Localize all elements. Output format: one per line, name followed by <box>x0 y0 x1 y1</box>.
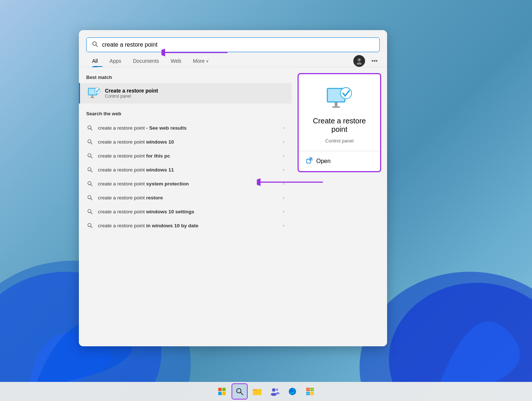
search-input-wrapper[interactable] <box>86 37 380 52</box>
svg-point-55 <box>276 392 280 394</box>
tab-documents[interactable]: Documents <box>127 55 165 67</box>
svg-rect-61 <box>307 389 309 390</box>
ellipsis-menu-button[interactable]: ••• <box>369 56 380 66</box>
svg-point-11 <box>358 58 361 61</box>
svg-rect-43 <box>218 388 222 391</box>
chevron-right-icon-5: › <box>283 181 284 186</box>
web-result-item-4[interactable]: create a restore point windows 11 › <box>79 163 292 177</box>
tab-apps[interactable]: Apps <box>104 55 127 67</box>
search-window: All Apps Documents Web More ∨ ••• <box>79 30 387 346</box>
chevron-right-icon-6: › <box>283 195 284 200</box>
tab-all[interactable]: All <box>86 55 104 67</box>
web-result-text-6: create a restore point restore <box>98 195 278 201</box>
taskbar-teams-button[interactable] <box>267 383 283 400</box>
best-match-item-title: Create a restore point <box>105 88 158 94</box>
web-result-text-3: create a restore point for this pc <box>98 153 278 159</box>
search-result-icon-8 <box>86 222 94 229</box>
svg-line-48 <box>241 393 243 395</box>
chevron-down-icon: ∨ <box>206 59 209 64</box>
search-the-web-title: Search the web <box>79 109 292 119</box>
svg-rect-50 <box>253 390 262 395</box>
svg-rect-45 <box>218 392 222 395</box>
search-input[interactable] <box>102 41 374 48</box>
open-external-icon <box>306 157 313 165</box>
web-result-text-4: create a restore point windows 11 <box>98 167 278 173</box>
web-result-item-5[interactable]: create a restore point system protection… <box>79 177 292 191</box>
chevron-right-icon-7: › <box>283 209 284 214</box>
search-bar-area <box>79 30 387 52</box>
web-result-item-1[interactable]: create a restore point - See web results… <box>79 121 292 135</box>
svg-rect-37 <box>335 102 337 106</box>
taskbar-store-button[interactable] <box>302 383 318 400</box>
main-content: Best match <box>79 67 387 346</box>
svg-rect-64 <box>311 393 313 394</box>
web-result-item-7[interactable]: create a restore point windows 10 settin… <box>79 205 292 218</box>
desktop: All Apps Documents Web More ∨ ••• <box>0 0 532 401</box>
taskbar <box>0 382 532 401</box>
web-result-item-2[interactable]: create a restore point windows 10 › <box>79 135 292 149</box>
svg-point-52 <box>272 389 275 391</box>
svg-rect-15 <box>92 95 93 97</box>
tab-web[interactable]: Web <box>165 55 187 67</box>
app-icon-large <box>326 86 353 112</box>
svg-rect-44 <box>222 388 226 391</box>
svg-rect-38 <box>332 106 340 108</box>
search-result-icon-4 <box>86 166 94 173</box>
web-result-text-1: create a restore point - See web results <box>98 125 278 131</box>
taskbar-file-explorer-button[interactable] <box>249 383 265 400</box>
svg-point-54 <box>276 389 278 391</box>
start-button[interactable] <box>214 383 230 400</box>
web-result-text-5: create a restore point system protection <box>98 181 278 187</box>
chevron-right-icon-3: › <box>283 153 284 158</box>
chevron-right-icon-4: › <box>283 167 284 172</box>
web-result-item-8[interactable]: create a restore point in windows 10 by … <box>79 218 292 232</box>
svg-line-32 <box>91 212 92 214</box>
web-result-text-2: create a restore point windows 10 <box>98 139 278 145</box>
svg-line-30 <box>91 198 92 200</box>
left-panel: Best match <box>79 67 292 346</box>
search-result-icon-7 <box>86 208 94 215</box>
web-result-text-8: create a restore point in windows 10 by … <box>98 223 278 228</box>
svg-line-26 <box>91 170 92 172</box>
svg-rect-63 <box>307 393 309 394</box>
search-result-icon-6 <box>86 194 94 201</box>
right-panel: Create a restore point Control panel <box>292 67 387 346</box>
svg-point-40 <box>341 88 351 98</box>
app-title: Create a restore point <box>306 117 373 134</box>
tabs-row: All Apps Documents Web More ∨ ••• <box>79 52 387 67</box>
svg-rect-46 <box>222 392 226 395</box>
search-icon <box>92 41 98 49</box>
svg-line-20 <box>91 129 92 130</box>
svg-rect-62 <box>311 389 313 390</box>
open-label[interactable]: Open <box>316 158 331 165</box>
tabs-right: ••• <box>353 55 380 67</box>
svg-line-28 <box>91 184 92 186</box>
search-result-icon-1 <box>86 124 94 131</box>
right-panel-card: Create a restore point Control panel <box>298 73 381 172</box>
best-match-title: Best match <box>79 73 292 83</box>
tab-more[interactable]: More ∨ <box>187 55 215 67</box>
svg-line-22 <box>91 142 92 144</box>
svg-line-9 <box>96 45 98 47</box>
svg-point-53 <box>271 393 277 396</box>
taskbar-edge-button[interactable] <box>284 383 300 400</box>
best-match-text: Create a restore point Control panel <box>105 88 158 99</box>
search-result-icon-2 <box>86 138 94 145</box>
right-card-top: Create a restore point Control panel <box>299 74 380 151</box>
taskbar-search-button[interactable] <box>232 383 248 400</box>
svg-line-24 <box>91 156 92 158</box>
chevron-right-icon-2: › <box>283 139 284 144</box>
right-card-bottom: Open <box>299 151 380 171</box>
web-result-item-3[interactable]: create a restore point for this pc › <box>79 149 292 163</box>
best-match-item-subtitle: Control panel <box>105 94 158 99</box>
svg-line-34 <box>91 226 92 228</box>
search-results-list: create a restore point - See web results… <box>79 119 292 234</box>
web-result-text-7: create a restore point windows 10 settin… <box>98 209 278 214</box>
svg-point-3 <box>389 283 532 382</box>
app-subtitle: Control panel <box>325 138 353 144</box>
web-result-item-6[interactable]: create a restore point restore › <box>79 191 292 205</box>
control-panel-icon <box>87 87 101 100</box>
svg-rect-16 <box>90 97 94 98</box>
best-match-item[interactable]: Create a restore point Control panel <box>79 83 292 104</box>
user-avatar[interactable] <box>353 55 365 67</box>
